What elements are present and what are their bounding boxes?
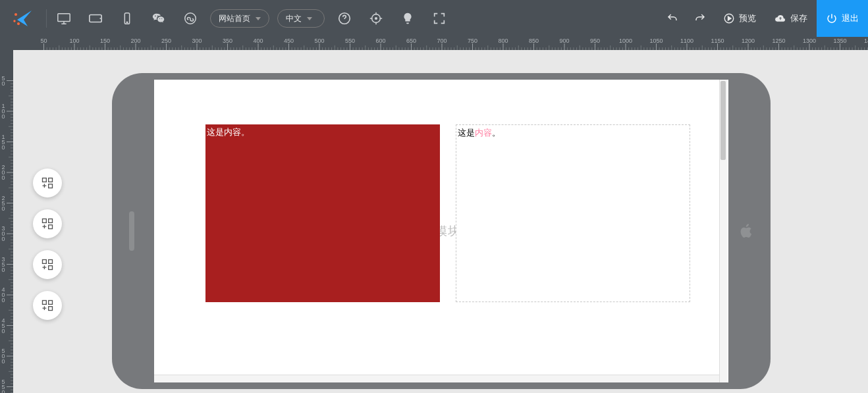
svg-text:150: 150: [100, 38, 110, 44]
svg-text:800: 800: [498, 38, 508, 44]
device-desktop-button[interactable]: [48, 0, 80, 37]
svg-point-5: [99, 18, 101, 19]
svg-text:650: 650: [406, 38, 416, 44]
svg-rect-476: [43, 178, 47, 182]
side-toolbox: [33, 169, 62, 320]
svg-text:0: 0: [1, 297, 5, 303]
svg-text:1400: 1400: [864, 38, 868, 44]
chevron-down-icon: [256, 17, 261, 20]
svg-text:450: 450: [284, 38, 294, 44]
wechat-button[interactable]: [143, 0, 175, 37]
svg-rect-483: [49, 260, 53, 264]
svg-text:0: 0: [1, 80, 5, 87]
svg-text:1050: 1050: [649, 38, 663, 44]
page-select-label: 网站首页: [219, 13, 250, 24]
svg-text:0: 0: [1, 328, 5, 334]
separator: [46, 9, 47, 28]
vertical-scrollbar[interactable]: [719, 80, 727, 382]
svg-rect-479: [43, 219, 47, 223]
svg-rect-482: [43, 260, 47, 264]
exit-label: 退出: [842, 13, 859, 24]
svg-rect-484: [49, 266, 53, 270]
device-tablet-landscape-button[interactable]: [80, 0, 111, 37]
svg-point-2: [13, 20, 15, 22]
undo-button[interactable]: [659, 0, 686, 37]
svg-point-7: [126, 22, 127, 22]
svg-point-0: [14, 13, 17, 16]
canvas-stage[interactable]: 器模块 这是内容。 这是内容。: [13, 50, 868, 393]
fullscreen-button[interactable]: [423, 0, 455, 37]
horizontal-scrollbar[interactable]: [154, 375, 719, 382]
save-button[interactable]: 保存: [765, 0, 817, 37]
svg-rect-486: [49, 301, 53, 305]
svg-text:700: 700: [437, 38, 447, 44]
logo[interactable]: [0, 0, 45, 37]
topbar: 网站首页 中文 预览 保存 退出: [0, 0, 868, 37]
svg-text:250: 250: [161, 38, 171, 44]
svg-rect-487: [49, 307, 53, 311]
svg-text:1000: 1000: [619, 38, 632, 44]
add-module-button-2[interactable]: [33, 209, 62, 238]
svg-rect-3: [58, 14, 70, 22]
help-button[interactable]: [329, 0, 360, 37]
block1-highlight: 内容: [224, 127, 241, 137]
svg-text:1300: 1300: [803, 38, 816, 44]
topbar-right: 预览 保存 退出: [659, 0, 868, 37]
language-select-dropdown[interactable]: 中文: [277, 9, 325, 28]
svg-text:900: 900: [559, 38, 569, 44]
svg-text:1150: 1150: [711, 38, 724, 44]
hint-button[interactable]: [392, 0, 423, 37]
svg-text:0: 0: [1, 236, 5, 242]
svg-text:100: 100: [69, 38, 79, 44]
block1-suffix: 。: [241, 127, 250, 137]
page-select-dropdown[interactable]: 网站首页: [210, 9, 269, 28]
preview-button[interactable]: 预览: [714, 0, 765, 37]
svg-text:0: 0: [1, 113, 5, 120]
content-block-2[interactable]: 这是内容。: [456, 124, 690, 302]
svg-text:500: 500: [314, 38, 324, 44]
device-screen[interactable]: 器模块 这是内容。 这是内容。: [154, 80, 728, 382]
svg-text:550: 550: [345, 38, 355, 44]
svg-text:0: 0: [1, 144, 5, 151]
svg-rect-480: [49, 219, 53, 223]
preview-label: 预览: [739, 13, 756, 24]
svg-text:0: 0: [1, 267, 5, 273]
add-module-button-4[interactable]: [33, 291, 62, 320]
language-select-label: 中文: [286, 13, 302, 24]
svg-text:0: 0: [1, 358, 5, 365]
svg-rect-481: [49, 225, 53, 229]
chevron-down-icon: [307, 17, 312, 20]
exit-button[interactable]: 退出: [817, 0, 868, 37]
miniprogram-button[interactable]: [175, 0, 206, 37]
content-block-1[interactable]: 这是内容。: [205, 124, 440, 302]
apple-logo-icon: [739, 222, 755, 240]
svg-text:1350: 1350: [833, 38, 846, 44]
target-button[interactable]: [360, 0, 392, 37]
vertical-ruler: 50100150200250300350400450500550600: [0, 50, 13, 393]
svg-text:200: 200: [130, 38, 140, 44]
svg-text:0: 0: [1, 389, 5, 394]
save-label: 保存: [790, 13, 807, 24]
svg-text:600: 600: [375, 38, 385, 44]
svg-rect-485: [43, 301, 47, 305]
svg-text:750: 750: [468, 38, 477, 44]
svg-text:1200: 1200: [742, 38, 755, 44]
svg-text:950: 950: [590, 38, 600, 44]
add-module-button-3[interactable]: [33, 250, 62, 279]
svg-text:0: 0: [1, 174, 5, 181]
svg-text:1250: 1250: [772, 38, 785, 44]
svg-text:350: 350: [223, 38, 232, 44]
redo-button[interactable]: [686, 0, 714, 37]
block2-prefix: 这是: [458, 128, 475, 138]
add-module-button-1[interactable]: [33, 169, 62, 197]
svg-text:1100: 1100: [680, 38, 693, 44]
svg-text:850: 850: [529, 38, 539, 44]
scrollbar-thumb[interactable]: [720, 81, 726, 160]
block1-prefix: 这是: [207, 127, 224, 137]
horizontal-ruler: 5010015020025030035040045050055060065070…: [0, 37, 868, 50]
block2-highlight: 内容: [475, 128, 492, 138]
svg-point-11: [375, 18, 377, 20]
device-phone-button[interactable]: [111, 0, 143, 37]
svg-rect-477: [49, 178, 53, 182]
svg-text:400: 400: [253, 38, 263, 44]
